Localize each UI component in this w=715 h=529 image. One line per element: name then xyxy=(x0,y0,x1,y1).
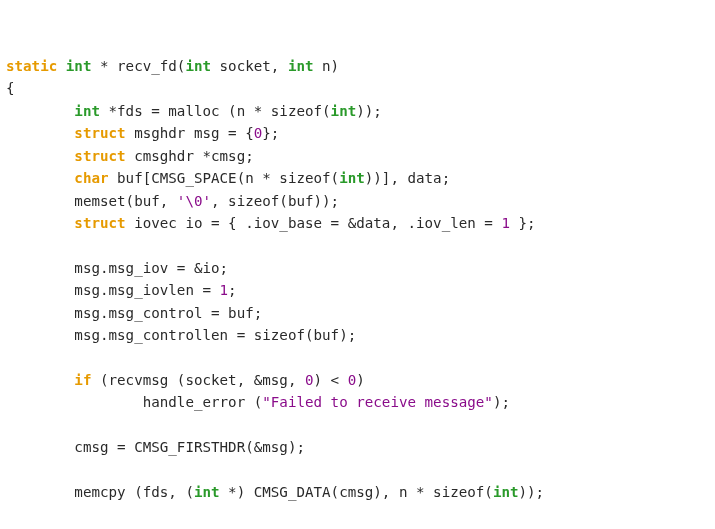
code-line: { xyxy=(6,80,15,96)
number-literal: 1 xyxy=(501,215,510,231)
code-line: msg.msg_controllen = sizeof(buf); xyxy=(6,327,356,343)
number-literal: 0 xyxy=(305,372,314,388)
code-text: memcpy (fds, ( xyxy=(74,484,194,500)
code-line: char buf[CMSG_SPACE(n * sizeof(int))], d… xyxy=(6,170,450,186)
code-line: struct iovec io = { .iov_base = &data, .… xyxy=(6,215,536,231)
indent xyxy=(6,215,74,231)
type-int: int xyxy=(493,484,519,500)
indent xyxy=(6,394,143,410)
code-text: socket, xyxy=(211,58,288,74)
keyword-static: static xyxy=(6,58,57,74)
code-text: ; xyxy=(228,282,237,298)
indent xyxy=(6,103,74,119)
keyword-struct: struct xyxy=(74,148,125,164)
code-text: }; xyxy=(262,125,279,141)
code-text: buf[CMSG_SPACE(n * sizeof( xyxy=(109,170,340,186)
type-int: int xyxy=(288,58,314,74)
code-text: *) CMSG_DATA(cmsg), n * sizeof( xyxy=(220,484,493,500)
code-line: memset(buf, '\0', sizeof(buf)); xyxy=(6,193,339,209)
code-text: ); xyxy=(493,394,510,410)
indent xyxy=(6,170,74,186)
type-int: int xyxy=(339,170,365,186)
type-int: int xyxy=(74,103,100,119)
keyword-struct: struct xyxy=(74,125,125,141)
code-text: msg.msg_controllen = sizeof(buf); xyxy=(74,327,356,343)
number-literal: 0 xyxy=(348,372,357,388)
code-text: cmsg = CMSG_FIRSTHDR(&msg); xyxy=(74,439,305,455)
keyword-if: if xyxy=(74,372,91,388)
code-line: struct msghdr msg = {0}; xyxy=(6,125,279,141)
number-literal: 1 xyxy=(220,282,229,298)
code-text: )); xyxy=(519,484,545,500)
code-line: static int * recv_fd(int socket, int n) xyxy=(6,58,339,74)
code-line: msg.msg_iovlen = 1; xyxy=(6,282,237,298)
code-line: struct cmsghdr *cmsg; xyxy=(6,148,254,164)
type-int: int xyxy=(185,58,211,74)
keyword-struct: struct xyxy=(74,215,125,231)
code-line: if (recvmsg (socket, &msg, 0) < 0) xyxy=(6,372,365,388)
indent xyxy=(6,484,74,500)
code-text: msg.msg_iov = &io; xyxy=(74,260,228,276)
number-literal: 0 xyxy=(254,125,263,141)
code-text: n) xyxy=(314,58,340,74)
code-text: )); xyxy=(356,103,382,119)
indent xyxy=(6,260,74,276)
code-text: ))], data; xyxy=(365,170,450,186)
indent xyxy=(6,372,74,388)
code-text: cmsghdr *cmsg; xyxy=(126,148,254,164)
code-block: static int * recv_fd(int socket, int n) … xyxy=(6,55,709,529)
code-line: msg.msg_control = buf; xyxy=(6,305,262,321)
code-text: msg.msg_iovlen = xyxy=(74,282,219,298)
indent xyxy=(6,282,74,298)
code-line: msg.msg_iov = &io; xyxy=(6,260,228,276)
indent xyxy=(6,193,74,209)
code-line: cmsg = CMSG_FIRSTHDR(&msg); xyxy=(6,439,305,455)
code-line: handle_error ("Failed to receive message… xyxy=(6,394,510,410)
char-literal: '\0' xyxy=(177,193,211,209)
code-text: memset(buf, xyxy=(74,193,177,209)
code-text: msg.msg_control = buf; xyxy=(74,305,262,321)
keyword-char: char xyxy=(74,170,108,186)
code-text: handle_error ( xyxy=(143,394,263,410)
type-int: int xyxy=(66,58,92,74)
code-text: iovec io = { .iov_base = &data, .iov_len… xyxy=(126,215,502,231)
code-text: *fds = malloc (n * sizeof( xyxy=(100,103,331,119)
type-int: int xyxy=(331,103,357,119)
indent xyxy=(6,327,74,343)
code-text: msghdr msg = { xyxy=(126,125,254,141)
code-text: * recv_fd( xyxy=(91,58,185,74)
code-text: ) xyxy=(356,372,365,388)
indent xyxy=(6,125,74,141)
type-int: int xyxy=(194,484,220,500)
string-literal: "Failed to receive message" xyxy=(262,394,493,410)
code-text: ) < xyxy=(314,372,348,388)
indent xyxy=(6,148,74,164)
code-text: }; xyxy=(510,215,536,231)
code-text: , sizeof(buf)); xyxy=(211,193,339,209)
indent xyxy=(6,305,74,321)
indent xyxy=(6,439,74,455)
code-line: int *fds = malloc (n * sizeof(int)); xyxy=(6,103,382,119)
code-line: memcpy (fds, (int *) CMSG_DATA(cmsg), n … xyxy=(6,484,544,500)
code-text: (recvmsg (socket, &msg, xyxy=(91,372,305,388)
